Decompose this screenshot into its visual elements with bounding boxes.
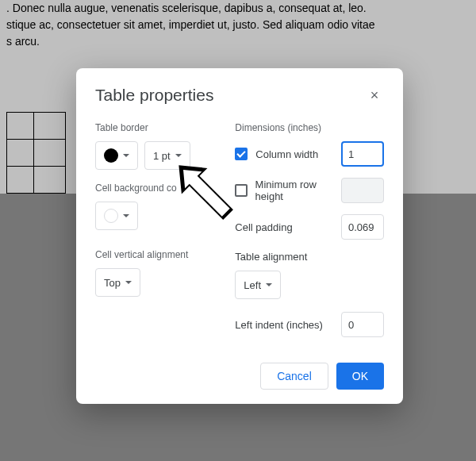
chevron-down-icon xyxy=(266,283,272,286)
chevron-down-icon xyxy=(123,154,129,157)
cell-padding-input[interactable] xyxy=(341,214,384,240)
table-alignment-label: Table alignment xyxy=(235,251,384,263)
min-row-height-checkbox[interactable] xyxy=(235,184,247,197)
vert-align-dropdown[interactable]: Top xyxy=(95,268,140,297)
right-column: Dimensions (inches) Column width Minimum… xyxy=(235,122,384,348)
chevron-down-icon xyxy=(125,281,132,284)
border-width-value: 1 pt xyxy=(153,150,171,162)
color-swatch-icon xyxy=(104,209,118,223)
table-border-label: Table border xyxy=(95,122,219,133)
chevron-down-icon xyxy=(175,154,182,157)
cell-bg-color-dropdown[interactable] xyxy=(95,202,138,230)
modal-title: Table properties xyxy=(95,86,213,105)
vert-align-value: Top xyxy=(104,277,121,289)
table-properties-modal: Table properties × Table border 1 pt Cel… xyxy=(76,68,403,404)
cancel-button[interactable]: Cancel xyxy=(260,363,328,390)
min-row-height-label: Minimum row height xyxy=(255,179,341,202)
table-alignment-dropdown[interactable]: Left xyxy=(235,271,281,299)
color-swatch-icon xyxy=(104,148,118,163)
column-width-label: Column width xyxy=(255,148,318,160)
column-width-input[interactable] xyxy=(341,141,384,167)
close-icon[interactable]: × xyxy=(365,86,384,105)
min-row-height-input xyxy=(341,178,384,203)
chevron-down-icon xyxy=(123,214,129,217)
left-indent-label: Left indent (inches) xyxy=(235,319,323,331)
cell-padding-label: Cell padding xyxy=(235,221,292,233)
dimensions-label: Dimensions (inches) xyxy=(235,122,384,133)
border-width-dropdown[interactable]: 1 pt xyxy=(144,141,190,170)
table-alignment-value: Left xyxy=(244,279,261,291)
vert-align-label: Cell vertical alignment xyxy=(95,249,219,260)
border-color-dropdown[interactable] xyxy=(95,141,138,170)
left-indent-input[interactable] xyxy=(341,312,384,337)
left-column: Table border 1 pt Cell background co xyxy=(95,122,219,348)
column-width-checkbox[interactable] xyxy=(235,148,248,160)
ok-button[interactable]: OK xyxy=(336,363,384,390)
cell-bg-label: Cell background co xyxy=(95,182,219,194)
